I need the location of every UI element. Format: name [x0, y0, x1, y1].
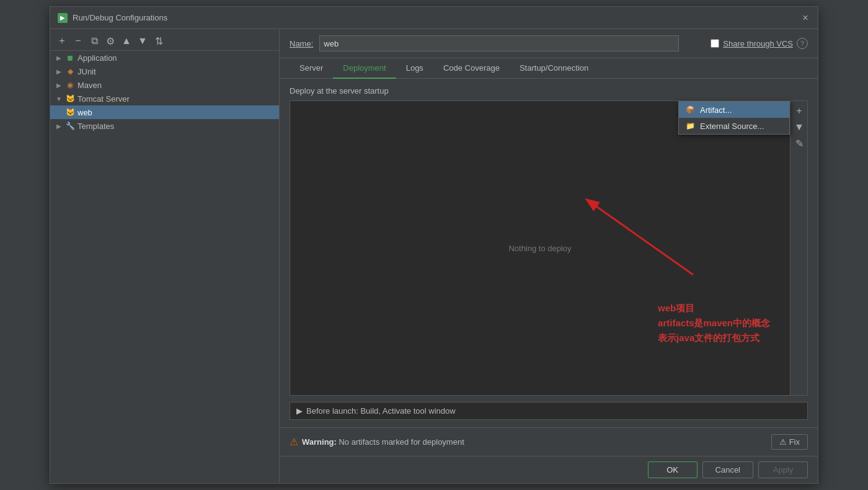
- sidebar-item-junit[interactable]: ▶ ◆ JUnit: [50, 65, 279, 78]
- sidebar: + − ⧉ ⚙ ▲ ▼ ⇅ ▶ ◼ Application ▶ ◆ JUnit …: [50, 29, 280, 483]
- sidebar-item-application[interactable]: ▶ ◼ Application: [50, 51, 279, 65]
- help-icon[interactable]: ?: [797, 38, 808, 49]
- tree-arrow-junit: ▶: [55, 68, 63, 75]
- add-config-button[interactable]: +: [55, 34, 69, 48]
- before-launch-header[interactable]: ▶ Before launch: Build, Activate tool wi…: [290, 403, 807, 419]
- name-label: Name:: [290, 39, 313, 48]
- name-row: Name: Share through VCS ?: [280, 29, 818, 58]
- share-checkbox[interactable]: [711, 39, 719, 48]
- templates-icon: 🔧: [65, 121, 75, 131]
- maven-icon: ◉: [65, 80, 75, 90]
- settings-button[interactable]: ⚙: [104, 34, 117, 48]
- artifact-label: Artifact...: [700, 105, 732, 115]
- external-source-icon: 📁: [685, 121, 695, 131]
- before-launch-section: ▶ Before launch: Build, Activate tool wi…: [290, 402, 808, 420]
- maven-label: Maven: [78, 81, 102, 90]
- external-source-label: External Source...: [700, 122, 764, 131]
- copy-config-button[interactable]: ⧉: [87, 34, 101, 48]
- deploy-add-button[interactable]: +: [792, 104, 807, 118]
- dialog-icon: ▶: [58, 13, 68, 23]
- sidebar-item-web[interactable]: 🐱 web: [50, 105, 279, 119]
- tree-arrow-templates: ▶: [55, 123, 63, 130]
- sidebar-item-templates[interactable]: ▶ 🔧 Templates: [50, 119, 279, 133]
- sort-button[interactable]: ⇅: [152, 34, 166, 48]
- warning-icon: ⚠: [290, 436, 298, 448]
- tree-arrow-maven: ▶: [55, 82, 63, 89]
- templates-label: Templates: [78, 122, 114, 131]
- tab-startup[interactable]: Startup/Connection: [510, 58, 598, 79]
- before-launch-label: Before launch: Build, Activate tool wind…: [306, 406, 456, 416]
- artifact-icon: 📦: [685, 105, 695, 115]
- name-input[interactable]: [319, 35, 679, 51]
- warning-bold: Warning:: [302, 437, 337, 447]
- title-bar-left: ▶ Run/Debug Configurations: [58, 13, 167, 23]
- warning-text: Warning: No artifacts marked for deploym…: [302, 437, 464, 447]
- before-launch-arrow: ▶: [296, 406, 303, 416]
- deploy-down-button[interactable]: ▼: [792, 120, 807, 135]
- ok-button[interactable]: OK: [648, 461, 698, 478]
- warning-row: ⚠ Warning: No artifacts marked for deplo…: [280, 427, 818, 456]
- sidebar-toolbar: + − ⧉ ⚙ ▲ ▼ ⇅: [50, 32, 279, 51]
- application-label: Application: [78, 53, 117, 63]
- fix-button[interactable]: ⚠ Fix: [771, 434, 808, 450]
- dropdown-menu: 📦 Artifact... 📁 External Source...: [678, 101, 790, 135]
- tabs-bar: Server Deployment Logs Code Coverage Sta…: [280, 58, 818, 79]
- title-bar: ▶ Run/Debug Configurations ×: [50, 7, 818, 29]
- dialog-footer: OK Cancel Apply: [280, 456, 818, 483]
- deploy-list-inner: Nothing to deploy: [290, 101, 790, 395]
- tomcat-label: Tomcat Server: [78, 94, 130, 104]
- warning-detail: No artifacts marked for deployment: [337, 437, 464, 447]
- run-debug-dialog: ▶ Run/Debug Configurations × + − ⧉ ⚙ ▲ ▼…: [50, 6, 818, 484]
- dialog-body: + − ⧉ ⚙ ▲ ▼ ⇅ ▶ ◼ Application ▶ ◆ JUnit …: [50, 29, 818, 483]
- apply-button[interactable]: Apply: [758, 461, 808, 478]
- deploy-edit-button[interactable]: ✎: [792, 136, 807, 151]
- deploy-list-container: Nothing to deploy 📦 Artifact... 📁 Extern…: [290, 100, 808, 396]
- move-up-button[interactable]: ▲: [120, 34, 133, 48]
- remove-config-button[interactable]: −: [71, 34, 85, 48]
- tree-arrow-tomcat: ▼: [55, 96, 63, 102]
- main-content: Name: Share through VCS ? Server Deploym…: [280, 29, 818, 483]
- tree-arrow-application: ▶: [55, 55, 63, 61]
- junit-icon: ◆: [65, 66, 75, 76]
- share-row: Share through VCS ?: [711, 38, 808, 49]
- sidebar-item-tomcat[interactable]: ▼ 🐱 Tomcat Server: [50, 92, 279, 105]
- deploy-section-title: Deploy at the server startup: [290, 86, 808, 96]
- nothing-to-deploy: Nothing to deploy: [508, 244, 571, 253]
- move-down-button[interactable]: ▼: [136, 34, 149, 48]
- dialog-title: Run/Debug Configurations: [73, 13, 167, 22]
- deploy-side-toolbar: + ▼ ✎: [790, 101, 807, 395]
- tab-logs[interactable]: Logs: [396, 58, 433, 79]
- tab-deployment[interactable]: Deployment: [333, 58, 396, 79]
- dropdown-item-external[interactable]: 📁 External Source...: [679, 118, 789, 134]
- deployment-content: Deploy at the server startup Nothing to …: [280, 79, 818, 427]
- cancel-button[interactable]: Cancel: [702, 461, 753, 478]
- web-icon: 🐱: [65, 107, 75, 117]
- close-button[interactable]: ×: [800, 13, 810, 23]
- tomcat-icon: 🐱: [65, 94, 75, 104]
- tab-server[interactable]: Server: [290, 58, 333, 79]
- dropdown-item-artifact[interactable]: 📦 Artifact...: [679, 102, 789, 118]
- application-icon: ◼: [65, 53, 75, 63]
- junit-label: JUnit: [78, 67, 96, 76]
- share-label: Share through VCS: [723, 39, 793, 48]
- tab-code-coverage[interactable]: Code Coverage: [433, 58, 510, 79]
- sidebar-item-maven[interactable]: ▶ ◉ Maven: [50, 78, 279, 92]
- web-label: web: [78, 108, 92, 117]
